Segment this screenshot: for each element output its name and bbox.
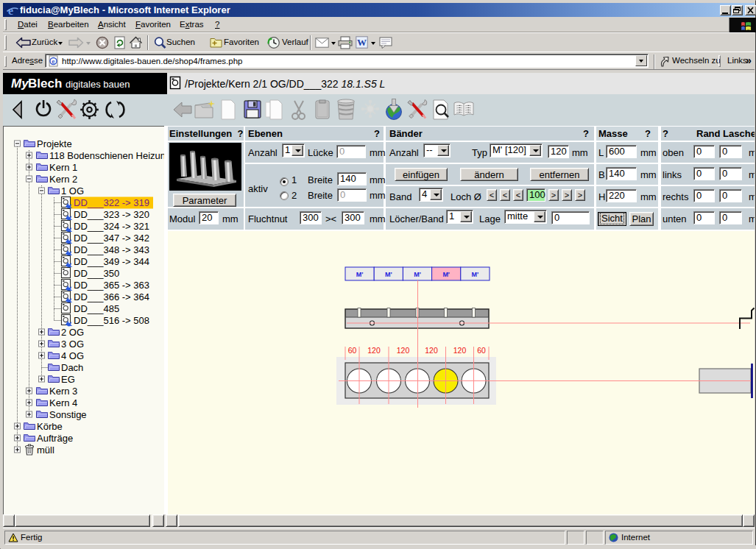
- svg-text:M': M': [442, 271, 450, 278]
- svg-text:4 OG: 4 OG: [61, 350, 84, 361]
- svg-text:120: 120: [367, 346, 381, 355]
- svg-text:DD___348 -> 343: DD___348 -> 343: [74, 244, 149, 255]
- svg-text:Kern 1: Kern 1: [49, 162, 77, 173]
- svg-text:M': M': [414, 271, 421, 278]
- svg-text:M': M': [472, 271, 479, 278]
- svg-text:3 OG: 3 OG: [61, 339, 84, 350]
- svg-text:60: 60: [348, 346, 357, 355]
- svg-text:120: 120: [425, 346, 438, 355]
- svg-text:Kern 3: Kern 3: [49, 386, 77, 397]
- svg-text:1 OG: 1 OG: [61, 185, 84, 196]
- svg-text:W: W: [357, 37, 367, 48]
- svg-text:120: 120: [397, 346, 410, 355]
- svg-text:DD___350: DD___350: [74, 268, 119, 279]
- svg-text:DD___349 -> 344: DD___349 -> 344: [74, 256, 149, 267]
- svg-text:e: e: [52, 58, 55, 65]
- svg-text:DD___516 -> 508: DD___516 -> 508: [74, 315, 149, 326]
- svg-text:2 OG: 2 OG: [61, 327, 84, 338]
- svg-text:Dach: Dach: [61, 362, 83, 373]
- svg-text:EG: EG: [61, 374, 75, 385]
- svg-text:DD___323 -> 320: DD___323 -> 320: [74, 209, 149, 220]
- svg-text:DD___366 -> 364: DD___366 -> 364: [74, 291, 149, 302]
- svg-text:DD___347 -> 342: DD___347 -> 342: [74, 233, 149, 244]
- svg-text:Körbe: Körbe: [37, 421, 63, 432]
- svg-text:120: 120: [453, 346, 467, 355]
- svg-text:Projekte: Projekte: [37, 138, 72, 149]
- svg-text:Kern 4: Kern 4: [49, 397, 77, 408]
- svg-text:M': M': [356, 271, 364, 278]
- svg-text:60: 60: [477, 346, 486, 355]
- svg-text:müll: müll: [37, 444, 54, 456]
- svg-text:Aufträge: Aufträge: [37, 433, 73, 444]
- svg-text:DD___365 -> 363: DD___365 -> 363: [74, 280, 149, 291]
- svg-text:DD___485: DD___485: [74, 303, 119, 314]
- svg-text:Kern 2: Kern 2: [49, 174, 77, 185]
- svg-text:DD___324 -> 321: DD___324 -> 321: [74, 221, 149, 232]
- svg-text:M': M': [385, 271, 392, 278]
- svg-text:DD___322 -> 319: DD___322 -> 319: [74, 197, 149, 208]
- svg-text:Sonstige: Sonstige: [49, 409, 87, 420]
- svg-text:118 Bodenschienen Heizung: 118 Bodenschienen Heizung: [49, 150, 164, 161]
